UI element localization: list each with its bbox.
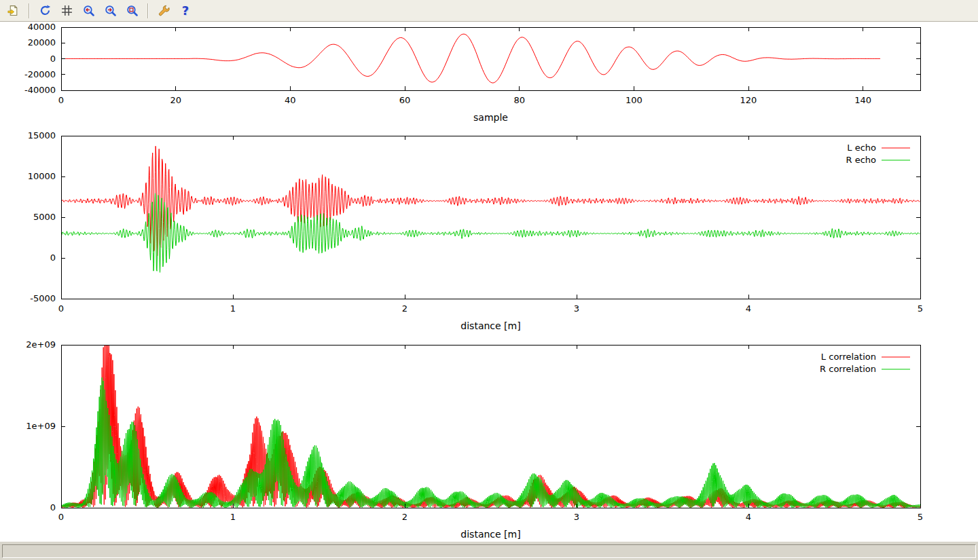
y-tick-label: 5000 xyxy=(33,212,56,222)
grid-icon xyxy=(61,5,73,16)
x-tick-label: 4 xyxy=(746,512,751,522)
y-tick-label: 1e+09 xyxy=(26,421,56,431)
x-tick-label: 2 xyxy=(402,303,408,314)
y-tick-label: 15000 xyxy=(28,130,56,141)
grid-toggle-button[interactable] xyxy=(58,2,75,20)
status-bar xyxy=(0,541,978,560)
export-plot-button[interactable] xyxy=(4,2,22,20)
legend-label: L correlation xyxy=(821,352,876,362)
x-tick-label: 0 xyxy=(58,512,64,522)
legend-label: L echo xyxy=(847,143,876,153)
gnuplot-window: ? 020406080100120140-40000-2000002000040… xyxy=(0,0,978,560)
y-tick-label: -40000 xyxy=(24,85,56,95)
x-tick-label: 5 xyxy=(918,512,923,522)
replot-button[interactable] xyxy=(36,2,54,20)
wrench-icon xyxy=(158,5,170,16)
zoom-previous-icon xyxy=(83,5,94,16)
status-message xyxy=(2,544,976,558)
plot-border xyxy=(61,345,920,508)
x-tick-label: 5 xyxy=(918,303,923,314)
chart-series-group xyxy=(61,345,920,508)
y-tick-label: 0 xyxy=(50,502,56,512)
y-tick-label: -5000 xyxy=(30,293,56,303)
chart-series-group xyxy=(61,146,920,272)
series-l-correlation xyxy=(61,345,920,508)
x-tick-label: 100 xyxy=(626,95,642,105)
x-tick-label: 140 xyxy=(854,95,871,105)
y-tick-label: 0 xyxy=(50,253,56,263)
y-tick-label: 0 xyxy=(50,54,56,64)
help-button[interactable]: ? xyxy=(177,2,194,20)
x-tick-label: 1 xyxy=(230,303,236,314)
zoom-next-button[interactable] xyxy=(101,2,119,20)
autoscale-button[interactable] xyxy=(123,2,141,20)
legend-label: R echo xyxy=(846,155,876,165)
charts-canvas[interactable]: 020406080100120140-40000-200000200004000… xyxy=(0,22,978,541)
autoscale-icon xyxy=(126,5,138,16)
toolbar: ? xyxy=(0,0,978,22)
y-tick-label: 10000 xyxy=(28,171,56,181)
x-tick-label: 4 xyxy=(746,303,751,314)
chart-1: 020406080100120140-40000-200000200004000… xyxy=(24,22,920,123)
x-tick-label: 40 xyxy=(285,95,296,105)
y-tick-label: 40000 xyxy=(28,22,56,32)
replot-icon xyxy=(39,5,51,16)
series-r-echo xyxy=(61,193,920,273)
x-tick-label: 3 xyxy=(574,512,579,522)
y-tick-label: 2e+09 xyxy=(26,339,56,350)
series-r-correlation xyxy=(61,377,920,508)
plot-area: 020406080100120140-40000-200000200004000… xyxy=(0,22,978,541)
x-tick-label: 60 xyxy=(399,95,411,105)
x-axis-label: distance [m] xyxy=(460,320,520,331)
x-tick-label: 80 xyxy=(513,95,525,105)
chart-2: 012345-5000050001000015000distance [m]L … xyxy=(28,130,924,331)
x-tick-label: 20 xyxy=(170,95,181,105)
x-tick-label: 2 xyxy=(402,512,408,522)
toolbar-separator xyxy=(29,3,29,18)
series-pulse xyxy=(61,34,880,83)
x-axis-label: sample xyxy=(473,112,508,123)
zoom-next-icon xyxy=(105,5,116,16)
help-icon: ? xyxy=(182,5,189,17)
export-plot-icon xyxy=(7,5,19,16)
toolbar-separator xyxy=(147,3,148,18)
x-tick-label: 0 xyxy=(58,303,64,314)
x-tick-label: 120 xyxy=(740,95,757,105)
x-tick-label: 3 xyxy=(574,303,579,314)
chart-3: 01234501e+092e+09distance [m]L correlati… xyxy=(26,339,923,540)
chart-series-group xyxy=(61,34,880,83)
plot-border xyxy=(61,136,920,299)
x-axis-label: distance [m] xyxy=(460,529,520,540)
x-tick-label: 1 xyxy=(230,512,236,522)
y-tick-label: -20000 xyxy=(24,69,56,79)
configure-button[interactable] xyxy=(155,2,173,20)
zoom-previous-button[interactable] xyxy=(79,2,97,20)
legend-label: R correlation xyxy=(820,364,876,374)
y-tick-label: 20000 xyxy=(28,37,56,48)
x-tick-label: 0 xyxy=(58,95,64,105)
series-l-echo xyxy=(61,146,920,255)
